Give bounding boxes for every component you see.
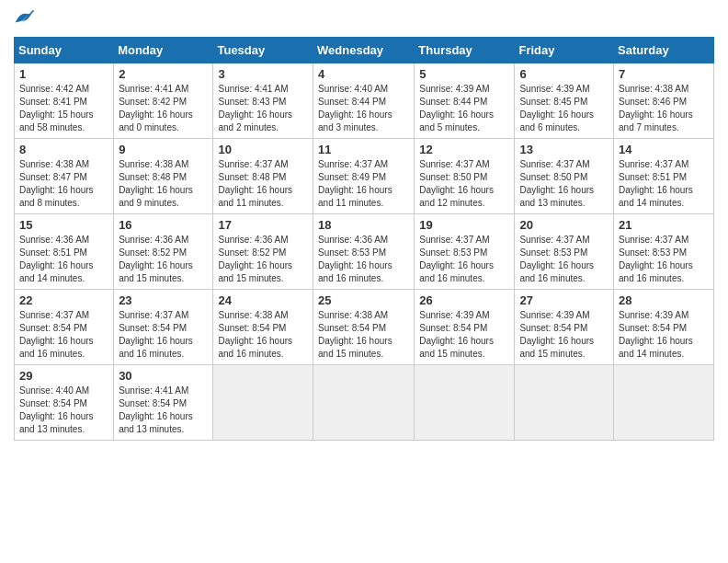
day-number: 11 xyxy=(318,143,409,156)
day-cell: 1Sunrise: 4:42 AM Sunset: 8:41 PM Daylig… xyxy=(15,63,114,139)
day-number: 18 xyxy=(318,218,409,232)
day-cell: 5Sunrise: 4:39 AM Sunset: 8:44 PM Daylig… xyxy=(415,63,515,139)
day-info: Sunrise: 4:38 AM Sunset: 8:48 PM Dayligh… xyxy=(119,158,208,210)
day-info: Sunrise: 4:41 AM Sunset: 8:42 PM Dayligh… xyxy=(119,83,208,134)
day-cell: 12Sunrise: 4:37 AM Sunset: 8:50 PM Dayli… xyxy=(415,139,515,214)
day-info: Sunrise: 4:38 AM Sunset: 8:54 PM Dayligh… xyxy=(318,309,409,361)
weekday-header-row: SundayMondayTuesdayWednesdayThursdayFrid… xyxy=(15,38,714,63)
week-row-3: 15Sunrise: 4:36 AM Sunset: 8:51 PM Dayli… xyxy=(15,214,714,290)
day-cell: 19Sunrise: 4:37 AM Sunset: 8:53 PM Dayli… xyxy=(415,214,515,290)
day-cell: 16Sunrise: 4:36 AM Sunset: 8:52 PM Dayli… xyxy=(114,214,213,290)
day-cell xyxy=(415,365,515,441)
week-row-2: 8Sunrise: 4:38 AM Sunset: 8:47 PM Daylig… xyxy=(15,139,714,214)
logo xyxy=(14,9,40,29)
day-number: 30 xyxy=(119,369,208,383)
day-cell: 18Sunrise: 4:36 AM Sunset: 8:53 PM Dayli… xyxy=(313,214,415,290)
day-number: 22 xyxy=(19,293,108,307)
day-info: Sunrise: 4:37 AM Sunset: 8:54 PM Dayligh… xyxy=(19,309,108,361)
day-info: Sunrise: 4:37 AM Sunset: 8:50 PM Dayligh… xyxy=(419,158,509,210)
day-cell: 28Sunrise: 4:39 AM Sunset: 8:54 PM Dayli… xyxy=(614,290,714,365)
day-info: Sunrise: 4:37 AM Sunset: 8:49 PM Dayligh… xyxy=(318,158,409,210)
day-info: Sunrise: 4:36 AM Sunset: 8:51 PM Dayligh… xyxy=(19,234,108,285)
day-number: 7 xyxy=(619,67,709,81)
day-cell: 8Sunrise: 4:38 AM Sunset: 8:47 PM Daylig… xyxy=(15,139,114,214)
day-info: Sunrise: 4:38 AM Sunset: 8:46 PM Dayligh… xyxy=(619,83,709,134)
day-cell: 17Sunrise: 4:36 AM Sunset: 8:52 PM Dayli… xyxy=(213,214,313,290)
day-number: 28 xyxy=(619,293,709,307)
day-number: 17 xyxy=(218,218,308,232)
day-info: Sunrise: 4:37 AM Sunset: 8:53 PM Dayligh… xyxy=(619,234,709,285)
weekday-sunday: Sunday xyxy=(15,38,114,63)
day-info: Sunrise: 4:38 AM Sunset: 8:47 PM Dayligh… xyxy=(19,158,108,210)
day-info: Sunrise: 4:41 AM Sunset: 8:54 PM Dayligh… xyxy=(119,385,208,436)
weekday-thursday: Thursday xyxy=(415,38,515,63)
logo-graphic xyxy=(14,9,36,29)
day-number: 14 xyxy=(619,143,709,156)
day-info: Sunrise: 4:36 AM Sunset: 8:53 PM Dayligh… xyxy=(318,234,409,285)
day-info: Sunrise: 4:41 AM Sunset: 8:43 PM Dayligh… xyxy=(218,83,308,134)
day-cell: 27Sunrise: 4:39 AM Sunset: 8:54 PM Dayli… xyxy=(515,290,614,365)
day-info: Sunrise: 4:42 AM Sunset: 8:41 PM Dayligh… xyxy=(19,83,108,134)
day-number: 12 xyxy=(419,143,509,156)
day-info: Sunrise: 4:39 AM Sunset: 8:54 PM Dayligh… xyxy=(519,309,609,361)
day-info: Sunrise: 4:37 AM Sunset: 8:53 PM Dayligh… xyxy=(519,234,609,285)
day-number: 5 xyxy=(419,67,509,81)
day-info: Sunrise: 4:37 AM Sunset: 8:50 PM Dayligh… xyxy=(519,158,609,210)
day-cell: 10Sunrise: 4:37 AM Sunset: 8:48 PM Dayli… xyxy=(213,139,313,214)
day-number: 9 xyxy=(119,143,208,156)
day-cell xyxy=(213,365,313,441)
header xyxy=(14,9,714,29)
day-number: 4 xyxy=(318,67,409,81)
weekday-saturday: Saturday xyxy=(614,38,714,63)
day-info: Sunrise: 4:36 AM Sunset: 8:52 PM Dayligh… xyxy=(119,234,208,285)
day-cell: 23Sunrise: 4:37 AM Sunset: 8:54 PM Dayli… xyxy=(114,290,213,365)
day-cell: 20Sunrise: 4:37 AM Sunset: 8:53 PM Dayli… xyxy=(515,214,614,290)
day-info: Sunrise: 4:39 AM Sunset: 8:45 PM Dayligh… xyxy=(519,83,609,134)
day-cell: 22Sunrise: 4:37 AM Sunset: 8:54 PM Dayli… xyxy=(15,290,114,365)
weekday-friday: Friday xyxy=(515,38,614,63)
day-cell xyxy=(515,365,614,441)
day-cell: 11Sunrise: 4:37 AM Sunset: 8:49 PM Dayli… xyxy=(313,139,415,214)
day-number: 8 xyxy=(19,143,108,156)
weekday-wednesday: Wednesday xyxy=(313,38,415,63)
day-info: Sunrise: 4:39 AM Sunset: 8:54 PM Dayligh… xyxy=(419,309,509,361)
day-info: Sunrise: 4:36 AM Sunset: 8:52 PM Dayligh… xyxy=(218,234,308,285)
day-info: Sunrise: 4:40 AM Sunset: 8:54 PM Dayligh… xyxy=(19,385,108,436)
weekday-tuesday: Tuesday xyxy=(213,38,313,63)
day-cell: 26Sunrise: 4:39 AM Sunset: 8:54 PM Dayli… xyxy=(415,290,515,365)
day-info: Sunrise: 4:37 AM Sunset: 8:54 PM Dayligh… xyxy=(119,309,208,361)
week-row-4: 22Sunrise: 4:37 AM Sunset: 8:54 PM Dayli… xyxy=(15,290,714,365)
day-cell: 4Sunrise: 4:40 AM Sunset: 8:44 PM Daylig… xyxy=(313,63,415,139)
day-info: Sunrise: 4:39 AM Sunset: 8:54 PM Dayligh… xyxy=(619,309,709,361)
day-number: 24 xyxy=(218,293,308,307)
day-cell: 14Sunrise: 4:37 AM Sunset: 8:51 PM Dayli… xyxy=(614,139,714,214)
day-number: 16 xyxy=(119,218,208,232)
day-number: 23 xyxy=(119,293,208,307)
day-cell: 29Sunrise: 4:40 AM Sunset: 8:54 PM Dayli… xyxy=(15,365,114,441)
day-number: 27 xyxy=(519,293,609,307)
day-info: Sunrise: 4:37 AM Sunset: 8:51 PM Dayligh… xyxy=(619,158,709,210)
day-cell xyxy=(614,365,714,441)
day-number: 13 xyxy=(519,143,609,156)
day-number: 19 xyxy=(419,218,509,232)
calendar: SundayMondayTuesdayWednesdayThursdayFrid… xyxy=(14,37,714,441)
day-number: 21 xyxy=(619,218,709,232)
day-cell: 3Sunrise: 4:41 AM Sunset: 8:43 PM Daylig… xyxy=(213,63,313,139)
weekday-monday: Monday xyxy=(114,38,213,63)
day-number: 3 xyxy=(218,67,308,81)
day-cell: 30Sunrise: 4:41 AM Sunset: 8:54 PM Dayli… xyxy=(114,365,213,441)
day-cell: 24Sunrise: 4:38 AM Sunset: 8:54 PM Dayli… xyxy=(213,290,313,365)
day-cell: 25Sunrise: 4:38 AM Sunset: 8:54 PM Dayli… xyxy=(313,290,415,365)
day-number: 20 xyxy=(519,218,609,232)
day-cell: 21Sunrise: 4:37 AM Sunset: 8:53 PM Dayli… xyxy=(614,214,714,290)
day-number: 10 xyxy=(218,143,308,156)
day-info: Sunrise: 4:37 AM Sunset: 8:53 PM Dayligh… xyxy=(419,234,509,285)
week-row-5: 29Sunrise: 4:40 AM Sunset: 8:54 PM Dayli… xyxy=(15,365,714,441)
day-number: 26 xyxy=(419,293,509,307)
day-info: Sunrise: 4:39 AM Sunset: 8:44 PM Dayligh… xyxy=(419,83,509,134)
day-info: Sunrise: 4:40 AM Sunset: 8:44 PM Dayligh… xyxy=(318,83,409,134)
day-info: Sunrise: 4:38 AM Sunset: 8:54 PM Dayligh… xyxy=(218,309,308,361)
day-cell: 7Sunrise: 4:38 AM Sunset: 8:46 PM Daylig… xyxy=(614,63,714,139)
day-number: 2 xyxy=(119,67,208,81)
day-number: 29 xyxy=(19,369,108,383)
